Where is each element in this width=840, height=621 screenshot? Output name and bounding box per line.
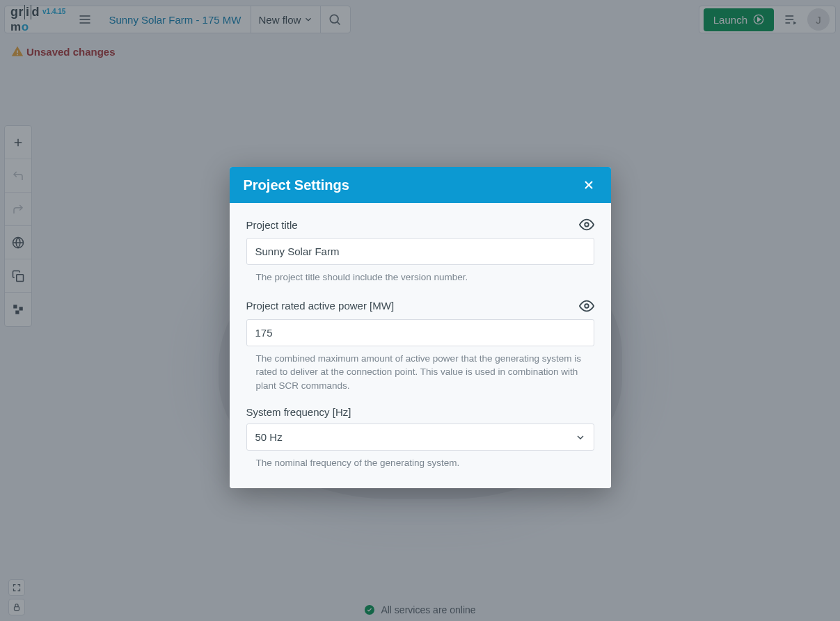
field-project-title: Project title The project title should i…	[246, 217, 594, 284]
eye-icon	[579, 217, 594, 232]
project-title-input[interactable]	[246, 238, 594, 265]
eye-icon	[579, 298, 594, 314]
system-frequency-value: 50 Hz	[255, 431, 283, 443]
rated-power-visibility-toggle[interactable]	[579, 298, 594, 314]
modal-header: Project Settings	[230, 167, 611, 203]
modal-body: Project title The project title should i…	[230, 203, 611, 488]
modal-close-button[interactable]	[580, 177, 597, 193]
system-frequency-help: The nominal frequency of the generating …	[246, 456, 594, 470]
project-title-visibility-toggle[interactable]	[579, 217, 594, 232]
project-settings-modal: Project Settings Project title The proje…	[230, 167, 611, 488]
rated-power-input[interactable]	[246, 319, 594, 346]
project-title-label: Project title	[246, 219, 298, 231]
field-system-frequency: System frequency [Hz] 50 Hz The nominal …	[246, 406, 594, 470]
system-frequency-select[interactable]: 50 Hz	[246, 424, 594, 451]
svg-point-22	[585, 223, 589, 227]
svg-point-23	[585, 304, 589, 308]
modal-overlay[interactable]: Project Settings Project title The proje…	[0, 0, 840, 621]
field-rated-power: Project rated active power [MW] The comb…	[246, 298, 594, 393]
rated-power-help: The combined maximum amount of active po…	[246, 352, 594, 393]
modal-title: Project Settings	[244, 177, 349, 193]
rated-power-label: Project rated active power [MW]	[246, 300, 395, 312]
project-title-help: The project title should include the ver…	[246, 271, 594, 284]
close-icon	[582, 178, 596, 192]
system-frequency-label: System frequency [Hz]	[246, 406, 351, 418]
